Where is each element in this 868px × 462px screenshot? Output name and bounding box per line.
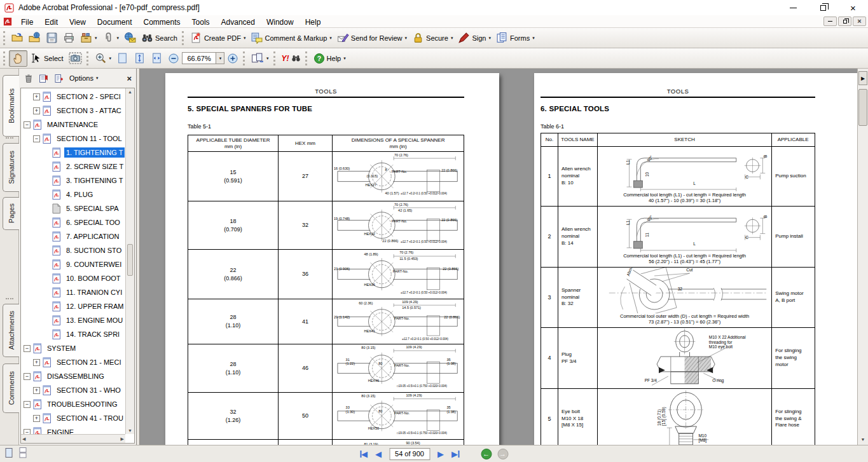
- bookmark-label[interactable]: 7. APPLICATION: [64, 231, 121, 241]
- toolbar-grip[interactable]: [3, 51, 6, 65]
- fit-page-button[interactable]: [131, 50, 148, 67]
- new-bookmark-icon[interactable]: [54, 74, 64, 83]
- menu-comments[interactable]: Comments: [138, 17, 186, 28]
- toolbar-grip[interactable]: [273, 51, 276, 65]
- open-button[interactable]: [9, 30, 26, 46]
- bookmark-collapse-toggle[interactable]: −: [24, 121, 31, 128]
- bookmark-expand-toggle[interactable]: +: [33, 387, 40, 394]
- doc-restore-button[interactable]: [838, 17, 851, 26]
- toolbar-grip[interactable]: [182, 31, 184, 45]
- delete-bookmark-icon[interactable]: [24, 74, 33, 83]
- bookmark-label[interactable]: SECTION 3 - ATTAC: [55, 105, 123, 116]
- open-web-page-button[interactable]: [26, 30, 43, 46]
- menu-tools[interactable]: Tools: [186, 17, 216, 28]
- comment-markup-button[interactable]: Comment & Markup▾: [248, 30, 334, 46]
- bookmark-label[interactable]: 3. TIGHTENING T: [64, 175, 125, 186]
- bookmark-label[interactable]: SECTION 31 - WHO: [55, 385, 123, 395]
- organizer-button[interactable]: ▾: [78, 30, 100, 46]
- document-vertical-scrollbar[interactable]: ▶ ▼: [857, 69, 868, 445]
- bookmark-label[interactable]: 13. ENGINE MOU: [64, 315, 125, 325]
- actual-size-button[interactable]: [114, 50, 131, 67]
- search-button[interactable]: Search: [139, 30, 180, 46]
- bookmark-label[interactable]: 2. SCREW SIZE T: [64, 161, 125, 172]
- fit-width-button[interactable]: [148, 50, 165, 67]
- restore-button[interactable]: [808, 0, 838, 15]
- email-button[interactable]: [121, 30, 139, 46]
- zoom-out-button[interactable]: [165, 50, 182, 67]
- nav-tab-comments[interactable]: Comments: [3, 363, 19, 413]
- doc-minimize-button[interactable]: [823, 17, 837, 26]
- bookmark-label[interactable]: 1. TIGHTENING T: [64, 147, 125, 158]
- bookmark-expand-toggle[interactable]: +: [33, 107, 40, 114]
- scrollbar-thumb[interactable]: [858, 89, 867, 126]
- nav-tab-bookmarks[interactable]: Bookmarks: [3, 75, 19, 137]
- close-panel-button[interactable]: ×: [127, 74, 132, 83]
- menu-advanced[interactable]: Advanced: [216, 17, 261, 28]
- bookmark-label[interactable]: 5. SPECIAL SPA: [64, 203, 121, 214]
- bookmark-label[interactable]: SECTION 21 - MECI: [55, 357, 123, 367]
- bookmarks-horizontal-scrollbar[interactable]: ◀ ▶: [21, 434, 125, 443]
- bookmark-label[interactable]: 14. TRACK SPRI: [64, 329, 121, 339]
- toolbar-grip[interactable]: [86, 51, 89, 65]
- toolbar-grip[interactable]: [3, 31, 6, 45]
- hand-tool-button[interactable]: [9, 50, 27, 67]
- single-page-layout-icon[interactable]: [4, 447, 14, 461]
- next-page-button[interactable]: ▶: [437, 450, 444, 458]
- bookmark-label[interactable]: 10. BOOM FOOT: [64, 273, 123, 283]
- previous-view-button[interactable]: ←: [481, 449, 492, 459]
- bookmark-label[interactable]: SECTION 41 - TROU: [55, 413, 125, 423]
- snapshot-tool-button[interactable]: [66, 50, 85, 67]
- bookmark-label[interactable]: TROUBLESHOOTING: [45, 399, 120, 409]
- nav-tab-pages[interactable]: Pages: [3, 197, 19, 230]
- bookmark-label[interactable]: 11. TRANION CYI: [64, 287, 124, 297]
- send-for-review-button[interactable]: Send for Review▾: [334, 30, 410, 46]
- menu-view[interactable]: View: [64, 17, 92, 28]
- help-button[interactable]: ? Help ▾: [311, 50, 348, 67]
- attach-button[interactable]: ▾: [100, 30, 122, 46]
- toolbar-grip[interactable]: [305, 51, 308, 65]
- bookmark-expand-toggle[interactable]: +: [33, 359, 40, 366]
- menu-document[interactable]: Document: [92, 17, 138, 28]
- doc-close-button[interactable]: ×: [853, 17, 866, 26]
- scroll-down-icon[interactable]: ▼: [858, 435, 867, 444]
- bookmark-label[interactable]: 8. SUCTION STO: [64, 245, 123, 255]
- zoom-level-input[interactable]: 66.67%: [182, 52, 216, 64]
- nav-tab-signatures[interactable]: Signatures: [3, 143, 19, 192]
- select-tool-button[interactable]: Select: [27, 50, 66, 67]
- bookmark-label[interactable]: DISASSEMBLING: [45, 371, 106, 381]
- bookmark-label[interactable]: MAINTENANCE: [45, 119, 100, 130]
- previous-page-button[interactable]: ◀: [375, 450, 382, 458]
- next-view-button[interactable]: →: [497, 449, 508, 459]
- menu-file[interactable]: File: [15, 17, 39, 28]
- page-indicator-input[interactable]: 54 of 900: [389, 448, 430, 460]
- first-page-button[interactable]: ◀: [360, 450, 368, 458]
- last-page-button[interactable]: ▶: [451, 450, 459, 458]
- save-button[interactable]: [43, 30, 60, 46]
- bookmark-label[interactable]: SECTION 2 - SPECI: [55, 92, 123, 102]
- menu-help[interactable]: Help: [300, 17, 327, 28]
- menu-window[interactable]: Window: [261, 17, 300, 28]
- bookmark-label[interactable]: 4. PLUG: [64, 189, 95, 200]
- bookmarks-options-button[interactable]: Options▾: [69, 74, 98, 82]
- forms-button[interactable]: Forms▾: [493, 30, 537, 46]
- bookmark-collapse-toggle[interactable]: −: [24, 429, 31, 435]
- bookmark-label[interactable]: 12. UPPER FRAM: [64, 301, 125, 311]
- right-pane-toggle-button[interactable]: ▶: [858, 71, 867, 85]
- page-layout-button[interactable]: ▾: [249, 50, 272, 67]
- bookmark-expand-toggle[interactable]: +: [33, 415, 40, 422]
- menu-edit[interactable]: Edit: [39, 17, 64, 28]
- bookmark-label[interactable]: ENGINE: [45, 427, 76, 434]
- bookmark-collapse-toggle[interactable]: −: [24, 345, 31, 352]
- sign-button[interactable]: Sign▾: [455, 30, 493, 46]
- bookmark-label[interactable]: 9. COUNTERWEI: [64, 259, 123, 269]
- close-button[interactable]: ×: [838, 0, 868, 15]
- bookmark-collapse-toggle[interactable]: −: [24, 373, 31, 380]
- bookmark-label[interactable]: SECTION 11 - TOOL: [55, 133, 124, 144]
- zoom-in-button[interactable]: [224, 50, 241, 67]
- bookmark-label[interactable]: 6. SPECIAL TOO: [64, 217, 122, 228]
- zoom-level-dropdown[interactable]: ▾: [216, 52, 224, 64]
- nav-tab-attachments[interactable]: Attachments: [3, 304, 19, 357]
- bookmark-collapse-toggle[interactable]: −: [33, 135, 40, 142]
- minimize-button[interactable]: [778, 0, 808, 15]
- scrollbar-thumb[interactable]: [127, 244, 133, 276]
